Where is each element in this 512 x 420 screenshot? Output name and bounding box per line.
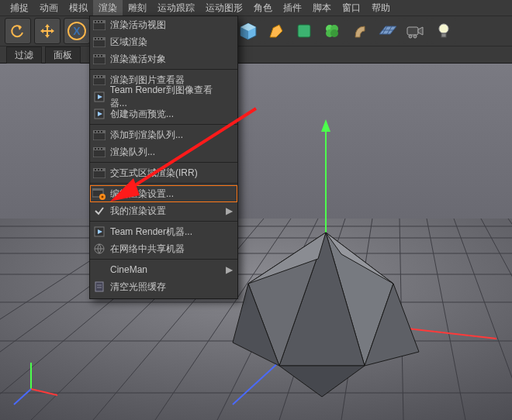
menu-item-7[interactable]: 角色 [248, 0, 278, 15]
svg-rect-105 [95, 169, 96, 170]
clover-primitive[interactable] [320, 19, 344, 43]
menu-item-label: CineMan [110, 264, 147, 275]
doc-icon [90, 278, 109, 295]
menu-item-label: Team Render机器... [110, 225, 192, 239]
menu-item[interactable]: 交互式区域渲染(IRR) [90, 164, 237, 181]
svg-rect-86 [95, 76, 96, 77]
svg-point-27 [409, 35, 412, 38]
menu-item[interactable]: 添加到渲染队列... [90, 126, 237, 143]
svg-rect-30 [441, 33, 446, 37]
menu-item-1[interactable]: 动画 [34, 0, 64, 15]
clapper-icon [90, 16, 109, 33]
svg-rect-83 [101, 55, 102, 57]
svg-rect-97 [101, 131, 102, 133]
svg-rect-102 [101, 148, 102, 150]
menu-item[interactable]: CineMan▶ [90, 261, 237, 278]
menu-item[interactable]: 创建动画预览... [90, 105, 237, 122]
svg-rect-107 [101, 169, 102, 170]
green-primitive[interactable] [292, 19, 317, 43]
play-icon [90, 105, 109, 122]
svg-point-29 [439, 24, 448, 33]
clapper-icon [90, 33, 109, 50]
cube-primitive[interactable] [236, 19, 261, 43]
menu-item-label: 渲染活动视图 [110, 19, 166, 32]
svg-rect-106 [98, 169, 99, 170]
clapper-icon [90, 50, 109, 67]
svg-rect-76 [95, 38, 96, 40]
svg-rect-71 [95, 21, 96, 22]
play-icon [90, 88, 109, 105]
menu-item-label: 创建动画预览... [110, 108, 174, 121]
tab-panel[interactable]: 面板 [45, 46, 81, 64]
undo-button[interactable] [5, 18, 31, 44]
menu-item[interactable]: 渲染队列... [90, 143, 237, 160]
menu-item-label: 区域渲染 [110, 36, 147, 49]
svg-point-22 [330, 29, 338, 37]
svg-rect-96 [98, 131, 99, 133]
svg-rect-95 [95, 131, 96, 133]
menu-item-label: 在网络中共享机器 [110, 243, 185, 256]
menu-item-4[interactable]: 雕刻 [123, 0, 152, 15]
check-icon [90, 202, 109, 219]
menu-item-10[interactable]: 窗口 [337, 0, 366, 15]
menu-item-5[interactable]: 运动跟踪 [152, 0, 200, 15]
svg-rect-81 [95, 55, 96, 57]
light-primitive[interactable] [431, 19, 456, 43]
menu-item-0[interactable]: 捕捉 [5, 0, 34, 15]
menu-item-3[interactable]: 渲染 [93, 0, 123, 15]
menu-item[interactable]: 我的渲染设置▶ [90, 202, 237, 219]
menu-item-label: 渲染激活对象 [110, 53, 166, 66]
menu-item[interactable]: 渲染激活对象 [90, 50, 237, 67]
menu-item-2[interactable]: 模拟 [64, 0, 93, 15]
submenu-arrow-icon: ▶ [226, 205, 233, 216]
net-icon [90, 240, 109, 257]
tab-row: 过滤 面板 [0, 46, 512, 64]
pen-primitive[interactable] [264, 19, 289, 43]
menu-item-label: 我的渲染设置 [110, 205, 166, 218]
x-button[interactable]: X [64, 18, 90, 44]
svg-rect-88 [101, 76, 102, 77]
menu-item-6[interactable]: 运动图形 [200, 0, 248, 15]
menu-item-9[interactable]: 脚本 [307, 0, 337, 15]
svg-rect-109 [92, 188, 103, 191]
menu-item-label: 编辑渲染设置... [110, 188, 174, 201]
clapper-icon [90, 164, 109, 181]
svg-point-28 [413, 35, 417, 38]
svg-rect-26 [407, 27, 418, 35]
menu-item-11[interactable]: 帮助 [366, 0, 396, 15]
svg-rect-18 [298, 25, 310, 37]
bend-primitive[interactable] [348, 19, 372, 43]
svg-rect-73 [101, 21, 102, 22]
clapper-gear-icon [90, 185, 109, 202]
submenu-arrow-icon: ▶ [226, 264, 233, 275]
menu-item[interactable]: Team Render机器... [90, 223, 237, 240]
play-icon [90, 223, 109, 240]
viewport-3d[interactable] [0, 64, 512, 420]
menu-item[interactable]: 清空光照缓存 [90, 278, 237, 295]
svg-text:X: X [73, 25, 81, 37]
svg-rect-78 [101, 38, 102, 40]
floor-primitive[interactable] [375, 19, 400, 43]
svg-rect-72 [98, 21, 99, 22]
tab-filter[interactable]: 过滤 [6, 46, 42, 64]
menu-item[interactable]: 在网络中共享机器 [90, 240, 237, 257]
menu-item[interactable]: 编辑渲染设置... [90, 185, 237, 202]
svg-rect-87 [98, 76, 99, 77]
svg-rect-77 [98, 38, 99, 40]
menu-item-label: 渲染队列... [110, 146, 155, 159]
svg-rect-31 [0, 64, 512, 219]
menu-bar: 捕捉动画模拟渲染雕刻运动跟踪运动图形角色插件脚本窗口帮助 [0, 0, 512, 15]
clapper-icon [90, 71, 109, 88]
menu-item[interactable]: 区域渲染 [90, 33, 237, 50]
menu-item[interactable]: Team Render到图像查看器... [90, 88, 237, 105]
svg-point-111 [102, 195, 104, 198]
svg-rect-116 [95, 282, 103, 291]
camera-primitive[interactable] [403, 19, 428, 43]
none-icon [90, 261, 109, 278]
menu-item-label: 交互式区域渲染(IRR) [110, 167, 198, 180]
menu-item-8[interactable]: 插件 [278, 0, 307, 15]
menu-item[interactable]: 渲染活动视图 [90, 16, 237, 33]
menu-item-label: 清空光照缓存 [110, 281, 166, 294]
svg-rect-100 [95, 148, 96, 150]
move-button[interactable] [34, 18, 61, 44]
